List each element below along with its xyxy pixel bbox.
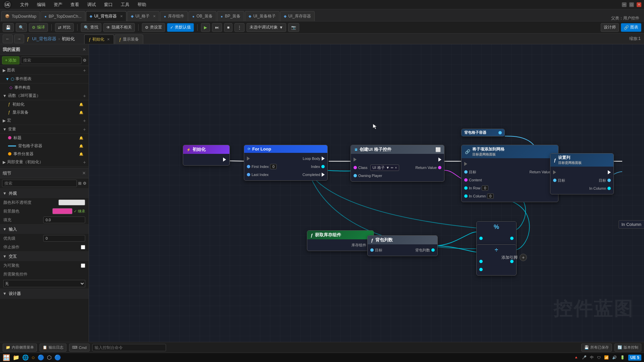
debug-extra-btn[interactable]: 📷 [288,23,299,32]
section-macros[interactable]: ▶ 宏 + [0,116,89,125]
content-drawer-btn[interactable]: 📁 内容侧滑菜单 [3,344,37,352]
details-interaction-header[interactable]: ▼ 交互 [0,252,89,261]
func-tab-close[interactable]: ✕ [107,38,110,41]
tab-close-ui-backpack[interactable]: ✕ [120,14,123,18]
add-pin-btn[interactable]: + [520,254,527,261]
node-init[interactable]: ⚡ 初始化 [183,145,230,166]
node-createui[interactable]: 🖥 创建UI 格子控件 ⬜ Class UI 格子 ▼ ✏ [351,145,444,182]
stop-btn[interactable]: ■ [224,23,232,32]
section-graph[interactable]: ▶ 图表 + [0,66,89,75]
node-container[interactable]: 背包格子容器 [461,129,505,136]
maximize-btn[interactable]: □ [629,2,634,7]
taskbar-app[interactable]: 🔵 [38,354,44,361]
add-btn[interactable]: + 添加 [2,56,19,64]
breadcrumb-class[interactable]: UI_背包容器 [32,36,56,42]
version-control-btn[interactable]: 🔄 版本控制 [614,344,641,352]
blueprint-search-input[interactable] [21,57,82,64]
node-bgcols[interactable]: ƒ 背包列数 目标 背包列数 [367,235,438,256]
taskbar-folder[interactable]: 📁 [13,354,19,361]
item-var-title[interactable]: 标题 🔔 [0,134,89,142]
save-all-btn[interactable]: 💾 所有已保存 [581,344,612,352]
focus-select[interactable]: 无 [3,280,85,287]
save-btn[interactable]: 💾 [3,23,14,32]
details-search-input[interactable] [2,180,77,187]
cmd-input[interactable] [92,344,166,351]
menu-file[interactable]: 文件 [19,1,30,8]
graph-btn[interactable]: 🔗 图表 [621,23,641,32]
menu-tools[interactable]: 工具 [119,1,131,8]
node-forloop[interactable]: ⟳ For Loop First Index 0 Last Index [244,145,328,181]
tab-ob-equip[interactable]: ● OB_装备 [189,11,216,21]
tab-ui-equip-grid[interactable]: ◆ UI_装备格子 [245,11,279,21]
menu-view[interactable]: 查看 [69,1,80,8]
taskbar-chrome[interactable]: ○ [32,355,35,361]
add-var-icon[interactable]: + [83,127,86,132]
close-btn[interactable]: ✕ [637,2,641,7]
taskbar-ue-logo[interactable]: ⬡ [47,354,52,361]
menu-edit[interactable]: 编辑 [36,1,47,8]
section-local-vars[interactable]: ▶ 局部变量（初始化） + [0,158,89,167]
details-appearance-header[interactable]: ▼ 外观 [0,189,89,198]
more-debug-btn[interactable]: ⋮ [234,23,245,32]
section-functions[interactable]: ▼ 函数（38可覆盖） + [0,92,89,100]
func-tab-show-equip[interactable]: ƒ 显示装备 [115,35,143,44]
details-close-icon[interactable]: ✕ [82,171,86,176]
panel-close-btn[interactable]: ✕ [83,47,86,52]
hide-unrelated-btn[interactable]: 👁 隐藏不相关 [103,23,135,32]
settings-icon[interactable]: ⚙ [83,58,87,63]
item-init[interactable]: ƒ 初始化 🔔 [0,100,89,108]
edit-class-icon[interactable]: ✏ [391,166,393,170]
class-defaults-btn[interactable]: ✓ 类默认值 [167,23,194,32]
color-swatch-white[interactable] [58,199,85,205]
tab-topdownmap[interactable]: 📦 TopDownMap [1,11,40,21]
menu-window[interactable]: 窗口 [103,1,114,8]
play-btn[interactable]: ▶ [201,23,210,32]
tab-bp-equip[interactable]: ● BP_装备 [217,11,244,21]
add-macro-icon[interactable]: + [83,118,86,123]
add-graph-icon[interactable]: + [83,68,86,73]
item-struct-construct[interactable]: ◇ 事件构造 [0,83,89,92]
details-gear-icon[interactable]: ⚙ [83,181,87,186]
tab-ui-inventory-container[interactable]: ◆ UI_库存容器 [280,11,315,21]
node-setcol[interactable]: ƒ 设置列 目标是网格面板 目标 [550,153,614,194]
item-show-equip[interactable]: ƒ 显示装备 🔔 [0,108,89,116]
find-in-bp-btn[interactable]: 🔍 [16,23,27,32]
nav-fwd-btn[interactable]: → [14,35,24,43]
minimize-btn[interactable]: ─ [622,2,627,7]
tab-close-ui-grid[interactable]: ✕ [153,14,156,18]
node-getinv[interactable]: ƒ 获取库存组件 库存组件 [307,230,374,251]
focusable-checkbox[interactable] [81,263,85,268]
class-selector[interactable]: UI 格子 ▼ ✏ × [370,165,399,171]
section-variables[interactable]: ▼ 变量 + [0,125,89,134]
tab-inventory[interactable]: ● 库存组件 [160,11,188,21]
stop-action-checkbox[interactable] [81,245,85,249]
item-var-backpack[interactable]: 背包格子容器 🔔 [0,142,89,150]
taskbar-extra[interactable]: 🔵 [54,354,61,361]
designer-btn[interactable]: 设计师 [601,23,619,32]
tab-ui-backpack[interactable]: ◆ UI_背包容器 ✕ [86,11,126,21]
debug-object-btn[interactable]: 未选中调试对象 ▼ [247,23,286,32]
tab-ui-grid[interactable]: ◆ UI_格子 ✕ [127,11,160,21]
details-design-header[interactable]: ▼ 设计器 [0,289,89,298]
reset-class-icon[interactable]: × [395,166,397,170]
canvas-area[interactable]: ⚡ 初始化 ⟳ For Loop [89,44,644,342]
add-function-icon[interactable]: + [83,93,86,99]
fill-value[interactable]: 0.0 [43,217,85,223]
output-log-btn[interactable]: 📋 输出日志 [40,344,66,352]
menu-asset[interactable]: 资产 [52,1,64,8]
add-local-icon[interactable]: + [83,160,86,165]
createui-expand[interactable]: ⬜ [435,147,441,152]
nav-back-btn[interactable]: ← [3,35,13,43]
taskbar-edge[interactable]: 🌐 [22,354,29,361]
find-btn[interactable]: 🔍 查找 [81,23,101,32]
compile-btn[interactable]: ⚙ 编译 [29,23,48,32]
menu-debug[interactable]: 调试 [86,1,97,8]
cmd-btn[interactable]: ⌨ Cmd [69,344,90,352]
func-tab-init[interactable]: ƒ 初始化 ✕ [84,35,114,44]
details-settings-icon[interactable]: ⊞ [78,181,82,186]
color-swatch-pink[interactable] [52,208,72,214]
menu-help[interactable]: 帮助 [136,1,148,8]
tab-bp-topdown[interactable]: ● BP_TopDownCh... [41,11,85,21]
diff-btn[interactable]: ⇄ 对比 [55,23,74,32]
section-event-graph[interactable]: ▼ ⬡ 事件图表 [0,75,89,83]
